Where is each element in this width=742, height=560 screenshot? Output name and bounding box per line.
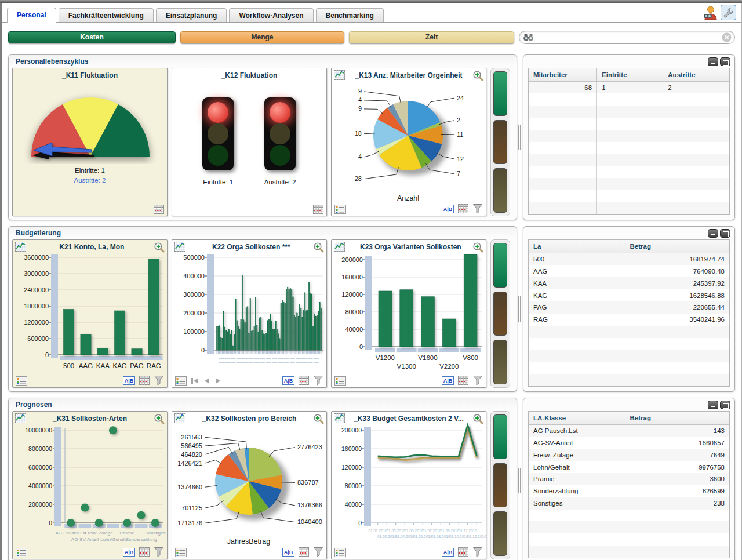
show-table-icon[interactable]: [313, 205, 323, 214]
sort-alpha-icon[interactable]: A|B: [282, 548, 294, 557]
maximize-button[interactable]: [720, 401, 730, 409]
column-header[interactable]: Austritte: [663, 68, 729, 82]
chart-title: _K22 Orga Sollkosten ***: [172, 240, 326, 252]
table-cell: [663, 118, 729, 130]
sort-alpha-icon[interactable]: A|B: [123, 548, 135, 557]
clear-search-icon[interactable]: [722, 32, 732, 42]
minimize-button[interactable]: [708, 57, 718, 66]
sort-alpha-icon[interactable]: A|B: [442, 548, 454, 557]
chart-type-icon[interactable]: [334, 242, 345, 252]
table-cell: [529, 130, 597, 142]
table-cell: AG-SV-Anteil: [529, 437, 625, 449]
minimize-button[interactable]: [708, 229, 718, 238]
chart-type-icon[interactable]: [174, 242, 186, 252]
minimize-button[interactable]: [708, 401, 718, 409]
filter-icon[interactable]: [472, 203, 483, 214]
legend-icon[interactable]: [334, 205, 346, 214]
maximize-button[interactable]: [720, 229, 730, 238]
scale-olive-swatch[interactable]: [493, 340, 507, 384]
legend-icon[interactable]: [334, 548, 346, 557]
show-table-icon[interactable]: [299, 376, 309, 385]
settings-wrench-button[interactable]: [721, 5, 736, 20]
legend-icon[interactable]: [175, 376, 187, 386]
maximize-button[interactable]: [720, 57, 730, 66]
legend-icon[interactable]: [16, 376, 27, 386]
svg-text:2776423: 2776423: [297, 443, 322, 450]
sort-alpha-icon[interactable]: A|B: [442, 205, 454, 213]
table-cell: 220655.44: [625, 301, 729, 314]
column-header[interactable]: La: [529, 240, 625, 253]
page-first-icon[interactable]: [191, 377, 199, 385]
filter-icon[interactable]: [154, 375, 164, 386]
chart-type-icon[interactable]: [15, 413, 26, 423]
legend-icon[interactable]: [175, 548, 187, 557]
column-header[interactable]: Betrag: [625, 240, 729, 253]
show-table-icon[interactable]: [154, 205, 164, 214]
filter-icon[interactable]: [154, 547, 164, 557]
sort-alpha-icon[interactable]: A|B: [442, 376, 454, 385]
filter-button-kosten[interactable]: Kosten: [8, 31, 176, 43]
scale-brown-swatch[interactable]: [493, 292, 507, 336]
chart-type-icon[interactable]: [15, 242, 26, 252]
filter-icon[interactable]: [472, 375, 483, 386]
column-header[interactable]: Betrag: [625, 412, 729, 425]
chart-type-icon[interactable]: [334, 413, 345, 423]
tab-personal[interactable]: Personal: [7, 8, 56, 23]
table-cell: [597, 93, 663, 106]
table-cell: PAG: [529, 301, 625, 314]
filter-icon[interactable]: [472, 547, 483, 557]
show-table-icon[interactable]: [458, 204, 468, 213]
show-table-icon[interactable]: [139, 376, 150, 385]
column-header[interactable]: LA-Klasse: [529, 412, 625, 425]
show-table-icon[interactable]: [139, 547, 150, 557]
panel-splitter[interactable]: [517, 54, 523, 220]
svg-text:160000: 160000: [341, 445, 362, 452]
sort-alpha-icon[interactable]: A|B: [123, 376, 135, 385]
chart-k31-sollkosten-arten: _K31 Sollkosten-Arten 020000004000000600…: [12, 411, 168, 559]
show-table-icon[interactable]: [299, 547, 309, 557]
chart-type-icon[interactable]: [174, 413, 186, 423]
tab-workflow-analysen[interactable]: Workflow-Analysen: [229, 8, 313, 22]
scale-olive-swatch[interactable]: [493, 168, 507, 213]
column-header[interactable]: Mitarbeiter: [529, 68, 597, 82]
table-row: [529, 533, 729, 546]
tab-fachkraefteentwicklung[interactable]: Fachkräfteentwicklung: [59, 8, 154, 22]
filter-icon[interactable]: [313, 547, 323, 557]
table-cell: [529, 510, 625, 522]
table-row: [529, 521, 729, 533]
panel-splitter[interactable]: [517, 398, 523, 560]
legend-icon[interactable]: [334, 376, 346, 386]
panel-splitter[interactable]: [517, 226, 523, 392]
table-cell: 1660657: [625, 437, 729, 449]
chart-type-icon[interactable]: [334, 70, 345, 80]
scale-brown-swatch[interactable]: [493, 120, 507, 165]
green-light-off: [270, 145, 290, 166]
scale-green-swatch[interactable]: [493, 71, 507, 116]
sort-alpha-icon[interactable]: A|B: [282, 376, 294, 385]
tab-einsatzplanung[interactable]: Einsatzplanung: [156, 8, 227, 22]
filter-button-menge[interactable]: Menge: [180, 31, 344, 43]
table-cell: [663, 166, 729, 179]
scale-green-swatch[interactable]: [493, 243, 507, 288]
scale-brown-swatch[interactable]: [493, 463, 507, 508]
user-search-icon[interactable]: [702, 5, 718, 20]
svg-text:A|B: A|B: [125, 550, 134, 555]
show-table-icon[interactable]: [458, 547, 468, 557]
scale-green-swatch[interactable]: [493, 414, 507, 459]
scale-olive-swatch[interactable]: [493, 511, 507, 556]
column-header[interactable]: Eintritte: [597, 68, 663, 82]
search-input[interactable]: [534, 32, 722, 43]
page-prev-icon[interactable]: [203, 377, 210, 385]
svg-text:01.08.2010: 01.08.2010: [431, 534, 450, 539]
filter-icon[interactable]: [313, 375, 323, 386]
filter-button-zeit[interactable]: Zeit: [349, 31, 514, 43]
table-cell: [529, 106, 597, 118]
tab-benchmarking[interactable]: Benchmarking: [316, 8, 384, 22]
table-row: Freiw. Zulage7649: [529, 449, 729, 461]
legend-icon[interactable]: [16, 548, 27, 557]
section-prognosen: Prognosen _K31 Sollkosten-Arten 02000000…: [8, 398, 735, 560]
svg-text:0: 0: [201, 347, 205, 354]
page-next-icon[interactable]: [214, 377, 221, 385]
table-cell: [663, 202, 729, 214]
show-table-icon[interactable]: [458, 376, 468, 385]
